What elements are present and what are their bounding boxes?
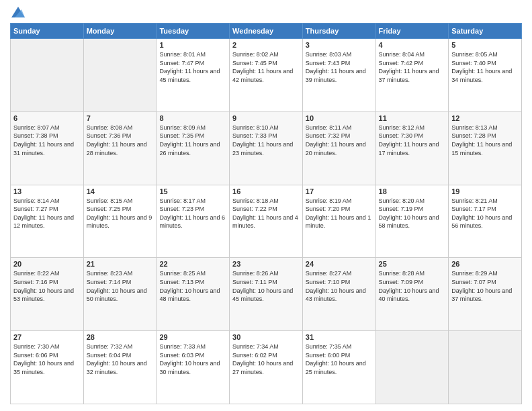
day-number: 2 <box>232 41 300 49</box>
day-info: Sunrise: 7:30 AMSunset: 6:06 PMDaylight:… <box>13 342 81 376</box>
calendar-cell: 4Sunrise: 8:04 AMSunset: 7:42 PMDaylight… <box>375 39 449 112</box>
day-info: Sunrise: 8:15 AMSunset: 7:25 PMDaylight:… <box>87 197 154 230</box>
day-number: 12 <box>451 114 519 122</box>
day-number: 21 <box>87 260 154 268</box>
calendar-cell: 30Sunrise: 7:34 AMSunset: 6:02 PMDayligh… <box>230 331 303 404</box>
day-info: Sunrise: 8:14 AMSunset: 7:27 PMDaylight:… <box>13 197 81 230</box>
day-info: Sunrise: 8:05 AMSunset: 7:40 PMDaylight:… <box>451 50 519 84</box>
calendar-cell: 25Sunrise: 8:28 AMSunset: 7:09 PMDayligh… <box>375 258 449 331</box>
calendar-cell: 2Sunrise: 8:02 AMSunset: 7:45 PMDaylight… <box>230 39 303 112</box>
calendar-cell: 11Sunrise: 8:12 AMSunset: 7:30 PMDayligh… <box>375 111 449 185</box>
calendar-cell: 20Sunrise: 8:22 AMSunset: 7:16 PMDayligh… <box>11 258 84 331</box>
day-number: 20 <box>13 260 81 268</box>
calendar-cell <box>375 331 449 404</box>
calendar-cell <box>11 39 84 112</box>
calendar-cell: 7Sunrise: 8:08 AMSunset: 7:36 PMDaylight… <box>83 111 157 185</box>
calendar-cell: 8Sunrise: 8:09 AMSunset: 7:35 PMDaylight… <box>157 111 230 185</box>
week-row-2: 6Sunrise: 8:07 AMSunset: 7:38 PMDaylight… <box>11 111 522 185</box>
day-number: 25 <box>379 260 446 268</box>
weekday-tuesday: Tuesday <box>157 24 230 39</box>
calendar-cell: 29Sunrise: 7:33 AMSunset: 6:03 PMDayligh… <box>157 331 230 404</box>
logo-icon <box>11 7 25 17</box>
day-info: Sunrise: 8:17 AMSunset: 7:23 PMDaylight:… <box>159 197 226 230</box>
day-info: Sunrise: 8:26 AMSunset: 7:11 PMDaylight:… <box>232 269 300 303</box>
day-number: 5 <box>451 41 519 49</box>
day-number: 14 <box>87 187 154 195</box>
calendar-cell <box>449 331 522 404</box>
day-number: 17 <box>306 187 373 195</box>
day-info: Sunrise: 8:04 AMSunset: 7:42 PMDaylight:… <box>379 50 446 84</box>
day-number: 23 <box>232 260 300 268</box>
day-number: 11 <box>379 114 446 122</box>
day-number: 30 <box>232 333 300 341</box>
weekday-monday: Monday <box>83 24 157 39</box>
day-number: 8 <box>159 114 226 122</box>
day-number: 10 <box>306 114 373 122</box>
day-number: 24 <box>306 260 373 268</box>
week-row-4: 20Sunrise: 8:22 AMSunset: 7:16 PMDayligh… <box>11 258 522 331</box>
calendar-cell: 27Sunrise: 7:30 AMSunset: 6:06 PMDayligh… <box>11 331 84 404</box>
weekday-header-row: SundayMondayTuesdayWednesdayThursdayFrid… <box>11 24 522 39</box>
calendar-cell: 13Sunrise: 8:14 AMSunset: 7:27 PMDayligh… <box>11 185 84 258</box>
calendar-cell: 19Sunrise: 8:21 AMSunset: 7:17 PMDayligh… <box>449 185 522 258</box>
day-number: 4 <box>379 41 446 49</box>
day-number: 1 <box>159 41 226 49</box>
day-info: Sunrise: 8:03 AMSunset: 7:43 PMDaylight:… <box>306 50 373 84</box>
calendar-cell: 23Sunrise: 8:26 AMSunset: 7:11 PMDayligh… <box>230 258 303 331</box>
day-number: 28 <box>87 333 154 341</box>
day-number: 7 <box>87 114 154 122</box>
day-info: Sunrise: 8:20 AMSunset: 7:19 PMDaylight:… <box>379 197 446 230</box>
weekday-saturday: Saturday <box>449 24 522 39</box>
weekday-friday: Friday <box>375 24 449 39</box>
week-row-5: 27Sunrise: 7:30 AMSunset: 6:06 PMDayligh… <box>11 331 522 404</box>
logo-text <box>10 7 25 17</box>
day-info: Sunrise: 7:32 AMSunset: 6:04 PMDaylight:… <box>87 342 154 376</box>
calendar-cell: 15Sunrise: 8:17 AMSunset: 7:23 PMDayligh… <box>157 185 230 258</box>
day-number: 9 <box>232 114 300 122</box>
weekday-thursday: Thursday <box>302 24 375 39</box>
calendar-cell: 12Sunrise: 8:13 AMSunset: 7:28 PMDayligh… <box>449 111 522 185</box>
calendar-table: SundayMondayTuesdayWednesdayThursdayFrid… <box>10 23 522 404</box>
day-number: 31 <box>306 333 373 341</box>
day-number: 3 <box>306 41 373 49</box>
day-info: Sunrise: 7:33 AMSunset: 6:03 PMDaylight:… <box>159 342 226 376</box>
day-number: 26 <box>451 260 519 268</box>
day-number: 6 <box>13 114 81 122</box>
calendar-cell: 10Sunrise: 8:11 AMSunset: 7:32 PMDayligh… <box>302 111 375 185</box>
day-number: 22 <box>159 260 226 268</box>
week-row-3: 13Sunrise: 8:14 AMSunset: 7:27 PMDayligh… <box>11 185 522 258</box>
day-number: 16 <box>232 187 300 195</box>
day-info: Sunrise: 8:07 AMSunset: 7:38 PMDaylight:… <box>13 124 81 157</box>
calendar-cell: 18Sunrise: 8:20 AMSunset: 7:19 PMDayligh… <box>375 185 449 258</box>
day-info: Sunrise: 8:12 AMSunset: 7:30 PMDaylight:… <box>379 124 446 157</box>
day-info: Sunrise: 8:23 AMSunset: 7:14 PMDaylight:… <box>87 269 154 303</box>
day-info: Sunrise: 8:02 AMSunset: 7:45 PMDaylight:… <box>232 50 300 84</box>
day-info: Sunrise: 8:11 AMSunset: 7:32 PMDaylight:… <box>306 124 373 157</box>
calendar-cell: 17Sunrise: 8:19 AMSunset: 7:20 PMDayligh… <box>302 185 375 258</box>
calendar-cell: 1Sunrise: 8:01 AMSunset: 7:47 PMDaylight… <box>157 39 230 112</box>
calendar-cell: 26Sunrise: 8:29 AMSunset: 7:07 PMDayligh… <box>449 258 522 331</box>
calendar-cell: 28Sunrise: 7:32 AMSunset: 6:04 PMDayligh… <box>83 331 157 404</box>
calendar-cell: 22Sunrise: 8:25 AMSunset: 7:13 PMDayligh… <box>157 258 230 331</box>
header <box>10 7 522 17</box>
day-number: 18 <box>379 187 446 195</box>
calendar-cell <box>83 39 157 112</box>
week-row-1: 1Sunrise: 8:01 AMSunset: 7:47 PMDaylight… <box>11 39 522 112</box>
calendar-cell: 31Sunrise: 7:35 AMSunset: 6:00 PMDayligh… <box>302 331 375 404</box>
day-info: Sunrise: 8:29 AMSunset: 7:07 PMDaylight:… <box>451 269 519 303</box>
day-info: Sunrise: 8:19 AMSunset: 7:20 PMDaylight:… <box>306 197 373 230</box>
calendar-cell: 21Sunrise: 8:23 AMSunset: 7:14 PMDayligh… <box>83 258 157 331</box>
day-info: Sunrise: 8:09 AMSunset: 7:35 PMDaylight:… <box>159 124 226 157</box>
day-info: Sunrise: 8:08 AMSunset: 7:36 PMDaylight:… <box>87 124 154 157</box>
weekday-sunday: Sunday <box>11 24 84 39</box>
logo <box>10 7 25 17</box>
calendar-cell: 6Sunrise: 8:07 AMSunset: 7:38 PMDaylight… <box>11 111 84 185</box>
day-number: 27 <box>13 333 81 341</box>
day-info: Sunrise: 8:01 AMSunset: 7:47 PMDaylight:… <box>159 50 226 84</box>
day-info: Sunrise: 8:27 AMSunset: 7:10 PMDaylight:… <box>306 269 373 303</box>
calendar-cell: 16Sunrise: 8:18 AMSunset: 7:22 PMDayligh… <box>230 185 303 258</box>
calendar-cell: 5Sunrise: 8:05 AMSunset: 7:40 PMDaylight… <box>449 39 522 112</box>
day-info: Sunrise: 8:28 AMSunset: 7:09 PMDaylight:… <box>379 269 446 303</box>
day-info: Sunrise: 8:18 AMSunset: 7:22 PMDaylight:… <box>232 197 300 230</box>
day-number: 15 <box>159 187 226 195</box>
